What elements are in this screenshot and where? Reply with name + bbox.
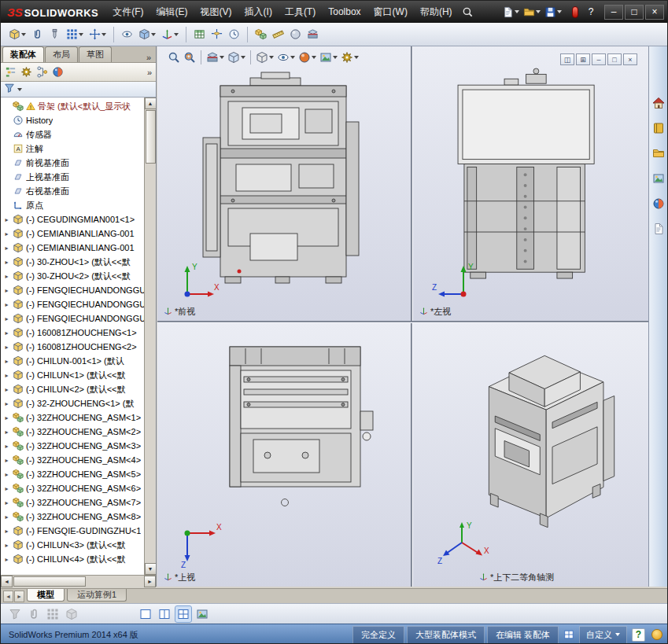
- tree-item[interactable]: ▸(-) 32ZHOUCHENG_ASM<2>: [1, 425, 144, 439]
- minimize-button[interactable]: –: [604, 5, 623, 20]
- configurationmanager-tab[interactable]: [36, 66, 48, 78]
- tab-scroll-left-button[interactable]: ◄: [3, 591, 13, 602]
- tree-item[interactable]: ▸(-) CEGUDINGMIAN001<1>: [1, 212, 144, 226]
- propertymanager-tab[interactable]: [20, 66, 32, 78]
- tree-item[interactable]: 原点: [1, 198, 144, 212]
- zoom-to-fit-button[interactable]: [167, 50, 181, 64]
- tree-item[interactable]: ▸(-) FENGQIE-GUDINGZHU<1: [1, 524, 144, 538]
- insert-components-button[interactable]: [7, 27, 28, 42]
- measure-button[interactable]: [271, 27, 286, 42]
- split-view-button[interactable]: ◫: [560, 53, 574, 65]
- grid-view-button[interactable]: ⊞: [576, 53, 590, 65]
- expand-arrow-icon[interactable]: ▸: [3, 443, 10, 450]
- tree-item[interactable]: ▸(-) FENGQIECHUANDONGGUD: [1, 297, 144, 311]
- menu-item-1[interactable]: 编辑(E): [150, 1, 194, 23]
- tree-item[interactable]: History: [1, 113, 144, 127]
- minimize-doc-button[interactable]: –: [592, 53, 606, 65]
- display-style-button[interactable]: [255, 50, 275, 64]
- viewport-left[interactable]: Y Z *左视: [413, 46, 648, 321]
- feature-filter-bar[interactable]: [1, 82, 156, 98]
- pane-layout-icon[interactable]: [563, 629, 574, 640]
- tree-item[interactable]: ▸(-) 160081ZHOUCHENG<2>: [1, 340, 144, 354]
- tree-item[interactable]: ▸(-) 32ZHOUCHENG_ASM<4>: [1, 453, 144, 467]
- view-palette-quick-button[interactable]: [194, 606, 210, 622]
- tabs-overflow-chevron[interactable]: »: [142, 53, 156, 62]
- custom-properties-icon[interactable]: [651, 221, 666, 237]
- viewport-horizontal-splitter[interactable]: [157, 321, 648, 323]
- tree-item[interactable]: ▸(-) CEMIANBIANLIANG-001: [1, 241, 144, 255]
- linear-component-pattern-button[interactable]: [65, 27, 85, 42]
- tree-item[interactable]: ▸(-) CHILUN<2> (默认<<默: [1, 382, 144, 396]
- smart-fasteners-button[interactable]: [47, 27, 62, 42]
- edit-appearance-button[interactable]: [297, 50, 317, 64]
- tree-item[interactable]: 前视基准面: [1, 156, 144, 170]
- tree-item[interactable]: ▸(-) CEMIANBIANLIANG-001: [1, 226, 144, 241]
- tree-item[interactable]: ▸(-) 30-ZHOU<1> (默认<<默: [1, 255, 144, 269]
- expand-arrow-icon[interactable]: ▸: [3, 513, 10, 521]
- tree-item[interactable]: ▸(-) CHILUN-001<1> (默认: [1, 354, 144, 368]
- expand-arrow-icon[interactable]: ▸: [3, 358, 10, 365]
- expand-arrow-icon[interactable]: ▸: [3, 528, 10, 535]
- expand-arrow-icon[interactable]: ▸: [3, 457, 10, 464]
- expand-arrow-icon[interactable]: ▸: [3, 245, 10, 252]
- tree-item[interactable]: ▸(-) 32ZHOUCHENG_ASM<8>: [1, 510, 144, 524]
- commandmanager-tab-2[interactable]: 草图: [79, 46, 112, 62]
- open-file-icon[interactable]: [522, 6, 542, 19]
- expand-arrow-icon[interactable]: ▸: [3, 471, 10, 478]
- tab-scroll-right-button[interactable]: ►: [14, 591, 24, 602]
- expand-arrow-icon[interactable]: ▸: [3, 386, 10, 393]
- tree-item[interactable]: ▸(-) FENGQIECHUANDONGGUD: [1, 283, 144, 297]
- viewport-single-button[interactable]: [138, 606, 153, 622]
- close-doc-button[interactable]: ×: [623, 53, 637, 65]
- zoom-to-area-button[interactable]: [183, 50, 197, 64]
- tree-item[interactable]: 上视基准面: [1, 170, 144, 184]
- new-file-icon[interactable]: [500, 6, 521, 19]
- save-icon[interactable]: [543, 6, 563, 19]
- viewport-isometric[interactable]: Y X Z *上下二等角轴测: [413, 323, 648, 587]
- expand-arrow-icon[interactable]: ▸: [3, 329, 10, 337]
- menu-item-2[interactable]: 视图(V): [194, 1, 238, 23]
- expand-arrow-icon[interactable]: ▸: [3, 301, 10, 308]
- section-view-button[interactable]: [205, 50, 225, 64]
- displaymanager-tab[interactable]: [52, 66, 64, 78]
- view-palette-icon[interactable]: [651, 171, 666, 186]
- featuremanager-tab[interactable]: [5, 66, 17, 78]
- expand-arrow-icon[interactable]: ▸: [3, 259, 10, 266]
- mate-button[interactable]: [30, 27, 45, 42]
- viewport-top[interactable]: X Z *上视: [157, 323, 411, 587]
- expand-arrow-icon[interactable]: ▸: [3, 273, 10, 280]
- commandmanager-tab-0[interactable]: 装配体: [2, 46, 44, 62]
- vertical-scrollbar[interactable]: ▲ ▼: [144, 98, 156, 575]
- expand-arrow-icon[interactable]: ▸: [3, 344, 10, 351]
- viewport-front[interactable]: Y X *前视: [157, 46, 411, 321]
- solidworks-resources-icon[interactable]: [651, 95, 666, 111]
- view-settings-button[interactable]: [340, 50, 360, 64]
- doc-tab-1[interactable]: 运动算例1: [67, 589, 127, 602]
- scroll-left-button[interactable]: ◄: [1, 576, 13, 587]
- apply-scene-button[interactable]: [319, 50, 338, 64]
- maximize-button[interactable]: □: [625, 5, 644, 20]
- manager-overflow-chevron[interactable]: »: [147, 68, 152, 77]
- expand-arrow-icon[interactable]: ▸: [3, 542, 10, 549]
- menu-item-3[interactable]: 插入(I): [238, 1, 279, 23]
- doc-tab-0[interactable]: 模型: [27, 589, 65, 602]
- expand-arrow-icon[interactable]: ▸: [3, 429, 10, 436]
- expand-arrow-icon[interactable]: ▸: [3, 372, 10, 379]
- file-explorer-icon[interactable]: [651, 145, 666, 161]
- viewport-two-button[interactable]: [157, 606, 172, 622]
- horizontal-scrollbar[interactable]: ◄ ►: [1, 575, 156, 587]
- tree-item[interactable]: ▸(-) 32ZHOUCHENG_ASM<5>: [1, 467, 144, 481]
- tree-item[interactable]: !骨架 (默认<默认_显示状: [1, 99, 144, 113]
- commandmanager-tab-1[interactable]: 布局: [45, 46, 78, 62]
- status-help-button[interactable]: ?: [632, 628, 645, 642]
- expand-arrow-icon[interactable]: ▸: [3, 216, 10, 223]
- tree-item[interactable]: ▸(-) 32ZHOUCHENG_ASM<7>: [1, 495, 144, 510]
- tree-item[interactable]: 传感器: [1, 127, 144, 142]
- hide-show-items-button[interactable]: [276, 50, 296, 64]
- customize-dropdown[interactable]: 自定义: [579, 626, 627, 644]
- close-button[interactable]: ×: [645, 5, 664, 20]
- show-hidden-components-button[interactable]: [120, 27, 135, 42]
- expand-arrow-icon[interactable]: ▸: [3, 556, 10, 563]
- chevron-down-icon[interactable]: [17, 88, 22, 91]
- tree-item[interactable]: ▸(-) CHILUN<3> (默认<<默: [1, 538, 144, 552]
